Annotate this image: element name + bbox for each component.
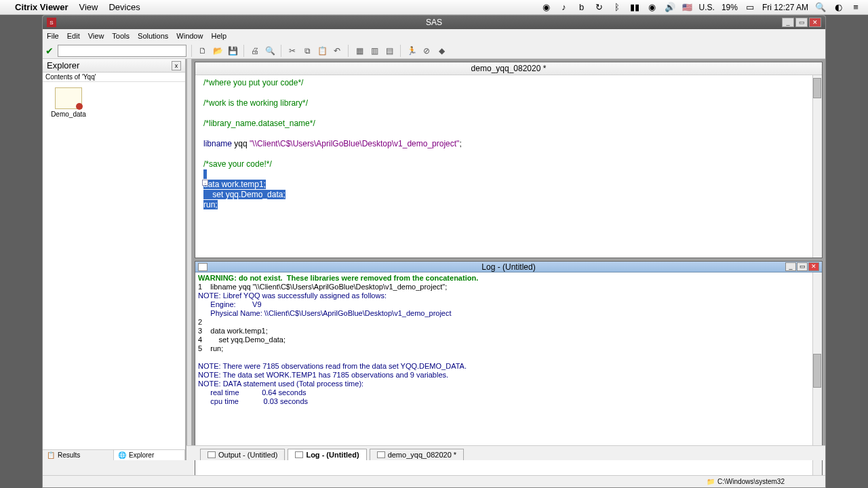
editor-title: demo_yqq_082020 * [195, 62, 822, 75]
log-icon [198, 263, 208, 271]
battery-bar-icon[interactable]: ▭ [745, 2, 755, 13]
notification-center-icon[interactable]: ≡ [850, 2, 861, 13]
results-icon: 📋 [47, 451, 55, 459]
sas-app-icon: S [47, 18, 56, 27]
sas-toolbar: ✔ 🗋 📂 💾 🖨 🔍 ✂ ⧉ 📋 ↶ ▦ ▥ ▤ 🏃 ⊘ ◆ [43, 43, 825, 59]
copy-icon[interactable]: ⧉ [301, 45, 313, 57]
open-icon[interactable]: 📂 [212, 45, 224, 57]
menu-window[interactable]: Window [176, 32, 203, 40]
tab-output[interactable]: Output - (Untitled) [200, 449, 285, 460]
undo-icon[interactable]: ↶ [331, 45, 343, 57]
mac-menubar: Citrix Viewer View Devices ◉ ♪ b ↻ ᛒ ▮▮ … [0, 0, 868, 15]
splitter[interactable] [186, 59, 192, 460]
minimize-button[interactable]: _ [782, 18, 794, 27]
dataset-label: Demo_data [48, 110, 89, 118]
window-tabs: Output - (Untitled) Log - (Untitled) dem… [186, 445, 825, 460]
wifi-icon[interactable]: ◉ [647, 2, 658, 13]
menu-file[interactable]: File [47, 32, 59, 40]
battery-icon[interactable]: ▮▮ [629, 2, 640, 13]
log-minimize-button[interactable]: _ [785, 262, 796, 271]
bluetooth-icon[interactable]: ᛒ [612, 2, 623, 13]
dataset-icon [55, 87, 82, 109]
editor-body[interactable]: /*where you put your code*/ /*work is th… [195, 75, 822, 258]
fold-marker-icon[interactable]: - [202, 180, 208, 186]
sas-menubar: File Edit View Tools Solutions Window He… [43, 29, 825, 43]
explorer-panel: Explorer x Contents of 'Yqq' Demo_data 📋… [43, 59, 186, 460]
editor-scrollbar[interactable] [812, 75, 822, 258]
explorer-tree-icon: 🌐 [118, 451, 126, 459]
options-icon[interactable]: ▤ [383, 45, 395, 57]
run-icon[interactable]: 🏃 [406, 45, 418, 57]
tab-editor[interactable]: demo_yqq_082020 * [370, 449, 465, 460]
menu-solutions[interactable]: Solutions [138, 32, 168, 40]
save-icon[interactable]: 💾 [226, 45, 239, 57]
log-maximize-button[interactable]: ▭ [797, 262, 808, 271]
log-title-text: Log - (Untitled) [481, 262, 535, 272]
explorer-subtitle: Contents of 'Yqq' [43, 73, 185, 82]
tab-log[interactable]: Log - (Untitled) [288, 449, 366, 460]
menu-view[interactable]: View [79, 2, 98, 12]
tray-icon[interactable]: ♪ [559, 2, 570, 13]
cut-icon[interactable]: ✂ [286, 45, 298, 57]
editor-tab-icon [377, 451, 385, 458]
menu-help[interactable]: Help [211, 32, 226, 40]
maximize-button[interactable]: ▭ [795, 18, 808, 27]
locale-label[interactable]: U.S. [699, 3, 715, 12]
tray-icon[interactable]: b [576, 2, 587, 13]
print-icon[interactable]: 🖨 [249, 45, 261, 57]
menu-devices[interactable]: Devices [108, 2, 140, 12]
library-icon[interactable]: ▦ [353, 45, 366, 57]
print-preview-icon[interactable]: 🔍 [264, 45, 276, 57]
battery-percent[interactable]: 19% [722, 3, 738, 12]
sas-window-title: SAS [426, 18, 442, 27]
explorer-body[interactable]: Demo_data [43, 82, 185, 449]
explorer-close-button[interactable]: x [172, 61, 181, 70]
command-combobox[interactable] [58, 45, 186, 57]
output-icon [208, 451, 216, 458]
stop-icon[interactable]: ⊘ [420, 45, 433, 57]
paste-icon[interactable]: 📋 [316, 45, 328, 57]
locale-flag[interactable]: 🇺🇸 [682, 3, 692, 12]
volume-icon[interactable]: 🔊 [665, 2, 675, 13]
help-icon[interactable]: ◆ [435, 45, 448, 57]
new-icon[interactable]: 🗋 [197, 45, 209, 57]
results-tab[interactable]: 📋 Results [43, 450, 114, 460]
log-close-button[interactable]: ✕ [808, 262, 819, 271]
sas-titlebar: S SAS _ ▭ ✕ [43, 16, 825, 29]
menubar-clock[interactable]: Fri 12:27 AM [762, 3, 808, 12]
menu-tools[interactable]: Tools [112, 32, 130, 40]
timemachine-icon[interactable]: ↻ [594, 2, 605, 13]
folder-icon: 📁 [707, 478, 715, 485]
editor-pane: demo_yqq_082020 * /*where you put your c… [195, 62, 823, 258]
app-name[interactable]: Citrix Viewer [15, 2, 68, 12]
siri-icon[interactable]: ◐ [833, 2, 844, 13]
explorer-tab[interactable]: 🌐 Explorer [114, 450, 185, 460]
spotlight-icon[interactable]: 🔍 [815, 2, 826, 13]
menu-view[interactable]: View [88, 32, 104, 40]
explorer-icon[interactable]: ▥ [368, 45, 380, 57]
explorer-titlebar: Explorer x [43, 59, 185, 73]
explorer-title-text: Explorer [47, 60, 79, 70]
status-bar: 📁 C:\Windows\system32 [43, 475, 825, 487]
dataset-item[interactable]: Demo_data [48, 87, 89, 118]
close-button[interactable]: ✕ [809, 18, 821, 27]
log-titlebar: Log - (Untitled) _ ▭ ✕ [195, 262, 822, 272]
status-path: C:\Windows\system32 [717, 478, 785, 485]
tray-icon[interactable]: ◉ [541, 2, 552, 13]
sas-window: S SAS _ ▭ ✕ File Edit View Tools Solutio… [42, 15, 826, 488]
log-tab-icon [295, 451, 303, 458]
menu-edit[interactable]: Edit [67, 32, 80, 40]
submit-check-icon[interactable]: ✔ [45, 45, 54, 56]
